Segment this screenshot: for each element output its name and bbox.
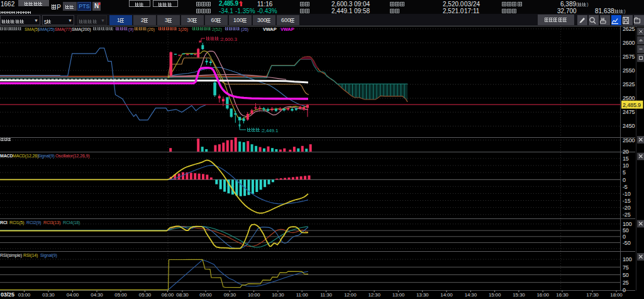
svg-text:-20: -20 xyxy=(623,205,631,211)
svg-text:(9): (9) xyxy=(128,27,133,32)
svg-text:5: 5 xyxy=(623,169,626,176)
svg-text:MACD(12,26): MACD(12,26) xyxy=(13,154,38,159)
svg-text:50: 50 xyxy=(623,272,629,278)
svg-text:VWAP: VWAP xyxy=(280,26,294,32)
svg-text:10: 10 xyxy=(623,162,629,169)
svg-text:09:30: 09:30 xyxy=(224,292,236,298)
svg-text:1(26): 1(26) xyxy=(178,27,188,32)
svg-text:-10: -10 xyxy=(623,191,631,197)
svg-text:11:30: 11:30 xyxy=(320,292,332,298)
svg-text:2625: 2625 xyxy=(623,26,635,32)
svg-text:2500: 2500 xyxy=(623,137,635,144)
svg-text:11:00: 11:00 xyxy=(296,292,308,298)
svg-text:SMA(25): SMA(25) xyxy=(38,27,55,32)
svg-text:-50: -50 xyxy=(623,240,631,246)
svg-text:VWAP: VWAP xyxy=(263,26,277,32)
svg-text::2,600.3: :2,600.3 xyxy=(219,37,237,42)
svg-text:12:00: 12:00 xyxy=(344,292,357,298)
svg-text:-15: -15 xyxy=(623,198,631,204)
svg-text:-25: -25 xyxy=(623,212,631,218)
svg-text:RCI3(13): RCI3(13) xyxy=(43,220,60,225)
svg-text:SMA(77): SMA(77) xyxy=(55,27,72,32)
svg-text:2575: 2575 xyxy=(623,54,635,60)
svg-text:Oscillator(12,26,9): Oscillator(12,26,9) xyxy=(55,154,89,159)
svg-text:18:00: 18:00 xyxy=(610,292,623,298)
svg-text:2,485.9: 2,485.9 xyxy=(623,102,641,108)
svg-text:2600: 2600 xyxy=(623,40,635,46)
svg-text:04:30: 04:30 xyxy=(91,292,103,298)
svg-text:04:00: 04:00 xyxy=(67,292,79,298)
svg-text:RCI2(9): RCI2(9) xyxy=(26,220,41,225)
svg-text:0: 0 xyxy=(623,177,626,183)
svg-text:2450: 2450 xyxy=(623,123,635,129)
svg-text:14:00: 14:00 xyxy=(440,292,453,298)
svg-text:03:00: 03:00 xyxy=(18,292,31,298)
svg-text:RCI: RCI xyxy=(0,220,8,225)
svg-text:13:00: 13:00 xyxy=(392,292,405,298)
svg-text:0: 0 xyxy=(623,234,626,240)
svg-text:75: 75 xyxy=(623,264,629,271)
svg-text:Signal(9): Signal(9) xyxy=(38,154,55,159)
svg-text:09:00: 09:00 xyxy=(199,292,212,298)
svg-text:Signal(9): Signal(9) xyxy=(40,253,57,258)
svg-text:15:00: 15:00 xyxy=(489,292,501,298)
svg-text:100: 100 xyxy=(623,256,632,262)
svg-text:25: 25 xyxy=(623,279,629,286)
svg-text:14:30: 14:30 xyxy=(465,292,477,298)
svg-text:(26): (26) xyxy=(241,27,248,32)
svg-text:06:00: 06:00 xyxy=(162,292,174,298)
svg-text:-5: -5 xyxy=(623,184,628,190)
svg-text:03:30: 03:30 xyxy=(42,292,55,298)
svg-text:10:00: 10:00 xyxy=(248,292,260,298)
svg-text:0: 0 xyxy=(623,287,626,293)
svg-text:MACD: MACD xyxy=(0,154,13,158)
svg-text:(26): (26) xyxy=(147,27,155,32)
svg-text:2(52): 2(52) xyxy=(212,27,222,32)
svg-text:RCI1(5): RCI1(5) xyxy=(9,220,24,225)
svg-text:16:00: 16:00 xyxy=(537,292,550,298)
svg-text:2525: 2525 xyxy=(623,81,635,87)
svg-text:03/25: 03/25 xyxy=(1,291,14,298)
svg-text:17:30: 17:30 xyxy=(586,292,599,298)
svg-text:10:30: 10:30 xyxy=(272,292,284,298)
svg-text:12:30: 12:30 xyxy=(368,292,380,298)
svg-text:16:30: 16:30 xyxy=(556,292,569,298)
svg-text:20: 20 xyxy=(623,149,629,155)
svg-text:2550: 2550 xyxy=(623,67,635,74)
svg-text:05:00: 05:00 xyxy=(114,292,127,298)
svg-text::2,449.1: :2,449.1 xyxy=(261,128,279,133)
svg-text:RSI(simple): RSI(simple) xyxy=(0,253,22,258)
svg-text:50: 50 xyxy=(623,227,629,234)
svg-text:05:30: 05:30 xyxy=(139,292,152,298)
svg-text:SMA(200): SMA(200) xyxy=(72,27,91,32)
svg-text:15: 15 xyxy=(623,155,629,162)
svg-text:15:30: 15:30 xyxy=(513,292,525,298)
svg-text:RCI4(18): RCI4(18) xyxy=(63,220,80,225)
svg-text:RSI(14): RSI(14) xyxy=(23,253,38,258)
svg-text:08:30: 08:30 xyxy=(176,292,189,298)
svg-text:SMA(5): SMA(5) xyxy=(25,27,39,32)
svg-text:13:30: 13:30 xyxy=(416,292,429,298)
svg-text:2475: 2475 xyxy=(623,109,635,115)
svg-text:100: 100 xyxy=(623,221,632,227)
